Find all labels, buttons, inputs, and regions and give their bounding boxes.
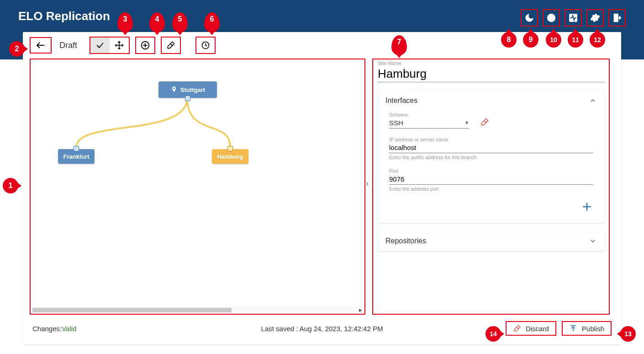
note-14: 14 xyxy=(486,326,501,342)
check-icon xyxy=(95,41,105,50)
node-label: Hamburg xyxy=(217,153,243,160)
chevron-down-icon: ▼ xyxy=(465,120,469,125)
discard-button[interactable]: Discard xyxy=(506,321,556,336)
graph-node-right[interactable]: Hamburg xyxy=(212,149,248,164)
add-button[interactable] xyxy=(135,37,155,54)
ip-help: Enter the public address for this branch xyxy=(389,155,593,160)
note-2: 2 xyxy=(9,41,25,57)
move-icon xyxy=(115,41,124,50)
pin-icon xyxy=(170,86,178,93)
language-button[interactable] xyxy=(543,9,560,27)
eraser-icon xyxy=(480,118,489,127)
header-icon-group xyxy=(521,0,626,27)
interfaces-accordion: Interfaces Scheme SSH ▼ xyxy=(378,91,604,223)
back-button[interactable] xyxy=(30,37,52,54)
config-panel: Site-Name Interfaces Scheme SSH ▼ xyxy=(372,59,610,315)
interface-erase-button[interactable] xyxy=(480,118,489,129)
plus-icon xyxy=(581,201,593,213)
node-port-in[interactable] xyxy=(227,146,233,151)
status-button[interactable] xyxy=(565,9,582,27)
repositories-title: Repositories xyxy=(385,237,426,245)
scrollbar-thumb[interactable] xyxy=(32,308,232,312)
node-port-out[interactable] xyxy=(185,96,190,101)
ip-label: IP address or server name xyxy=(389,137,593,142)
mode-toggle-group[interactable] xyxy=(90,37,130,54)
ip-input[interactable] xyxy=(389,142,593,153)
changes-label: Changes: xyxy=(32,325,62,333)
note-6: 6 xyxy=(204,12,220,32)
repositories-accordion: Repositories xyxy=(378,231,604,251)
graph-h-scrollbar[interactable]: ▶ xyxy=(32,306,364,314)
interfaces-accordion-header[interactable]: Interfaces xyxy=(378,91,604,110)
node-label: Frankfurt xyxy=(63,153,89,160)
interfaces-title: Interfaces xyxy=(385,97,417,105)
panel-footer: Changes: Valid Last saved : Aug 24, 2023… xyxy=(30,321,614,338)
port-help: Enter the address port xyxy=(389,186,593,192)
svg-line-5 xyxy=(170,44,173,46)
panel-content: Stuttgart Frankfurt Hamburg ▶ › Site-Nam… xyxy=(30,59,614,315)
note-13: 13 xyxy=(620,326,636,342)
globe-icon xyxy=(546,13,556,23)
graph-node-left[interactable]: Frankfurt xyxy=(58,149,95,164)
node-port-in[interactable] xyxy=(74,146,79,151)
chevron-up-icon xyxy=(589,97,596,104)
publish-label: Publish xyxy=(582,325,604,333)
scheme-select[interactable]: Scheme SSH ▼ xyxy=(389,112,469,129)
moon-icon xyxy=(524,13,534,23)
chevron-down-icon xyxy=(589,237,596,245)
plus-circle-icon xyxy=(140,40,150,50)
arrow-left-icon xyxy=(35,40,46,51)
move-mode-button[interactable] xyxy=(110,38,129,53)
svg-line-7 xyxy=(484,121,486,123)
note-9: 9 xyxy=(523,32,538,48)
note-12: 12 xyxy=(590,32,605,48)
app-title: ELO Replication xyxy=(18,0,110,23)
select-mode-button[interactable] xyxy=(90,38,110,53)
note-10: 10 xyxy=(546,32,561,48)
history-button[interactable] xyxy=(195,37,216,54)
interfaces-accordion-body: Scheme SSH ▼ IP address or server name xyxy=(378,110,604,222)
activity-icon xyxy=(568,13,578,23)
scheme-value: SSH xyxy=(389,119,403,127)
logout-button[interactable] xyxy=(608,9,626,27)
note-5: 5 xyxy=(172,12,188,32)
svg-line-10 xyxy=(517,327,519,329)
node-label: Stuttgart xyxy=(180,86,205,93)
theme-toggle-button[interactable] xyxy=(521,9,538,27)
publish-button[interactable]: Publish xyxy=(562,321,612,336)
note-3: 3 xyxy=(117,12,133,32)
add-interface-button[interactable] xyxy=(389,201,593,214)
last-saved-label: Last saved : Aug 24, 2023, 12:42:42 PM xyxy=(261,325,383,333)
eraser-icon xyxy=(166,41,175,50)
scroll-right-arrow[interactable]: ▶ xyxy=(359,308,362,312)
gear-icon xyxy=(590,13,600,23)
site-name-input[interactable] xyxy=(378,66,604,82)
erase-button[interactable] xyxy=(161,37,181,54)
changes-value: Valid xyxy=(62,325,76,333)
note-11: 11 xyxy=(568,32,583,48)
port-input[interactable] xyxy=(389,174,593,185)
graph-canvas[interactable]: Stuttgart Frankfurt Hamburg ▶ xyxy=(30,59,365,315)
scheme-label: Scheme xyxy=(389,112,469,118)
logout-icon xyxy=(612,13,622,23)
site-name-label: Site-Name xyxy=(378,60,604,66)
discard-label: Discard xyxy=(526,325,549,333)
note-7: 7 xyxy=(391,35,407,55)
note-1: 1 xyxy=(3,178,18,193)
publish-icon xyxy=(569,324,577,333)
eraser-icon xyxy=(513,324,521,333)
graph-node-root[interactable]: Stuttgart xyxy=(158,81,217,98)
repositories-accordion-header[interactable]: Repositories xyxy=(378,231,604,251)
note-4: 4 xyxy=(149,12,165,32)
draft-label: Draft xyxy=(59,41,77,50)
clock-icon xyxy=(201,41,210,50)
port-label: Port xyxy=(389,168,593,174)
settings-button[interactable] xyxy=(586,9,604,27)
main-panel: Draft Stutt xyxy=(23,32,621,344)
note-8: 8 xyxy=(501,32,517,48)
splitter-handle[interactable]: › xyxy=(366,180,369,187)
